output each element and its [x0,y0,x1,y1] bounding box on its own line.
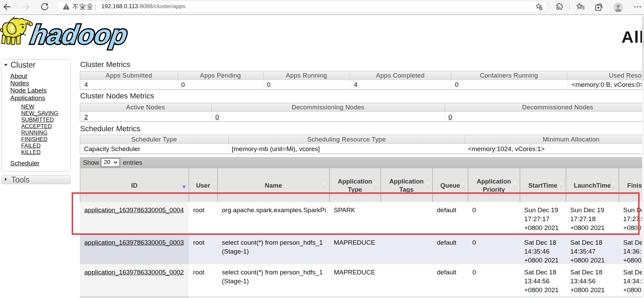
svg-text:hadoop: hadoop [29,19,129,49]
